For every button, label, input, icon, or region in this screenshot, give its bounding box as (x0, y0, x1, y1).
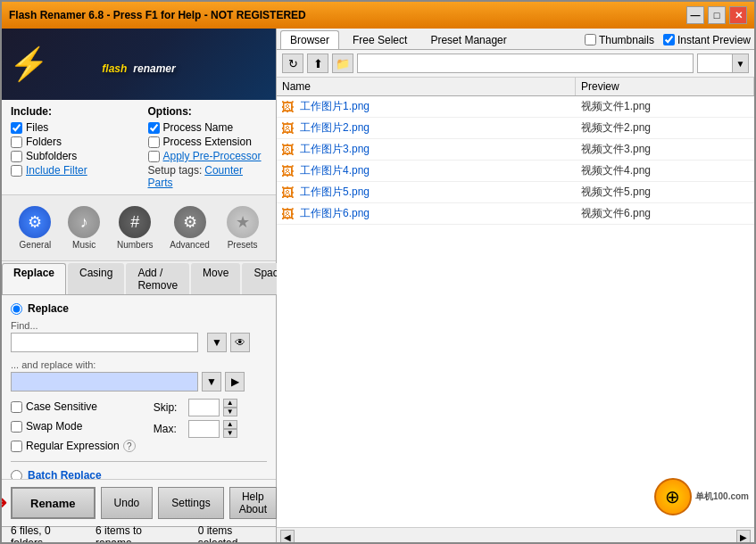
setup-tags-label: Setup tags: (148, 164, 203, 177)
process-name-checkbox[interactable] (148, 122, 160, 134)
subfolders-checkbox[interactable] (11, 151, 22, 162)
max-up-btn[interactable]: ▲ (223, 420, 237, 429)
folder-up-btn[interactable]: ⬆ (307, 54, 328, 73)
name-column-header[interactable]: Name (277, 78, 576, 95)
max-down-btn[interactable]: ▼ (223, 429, 237, 438)
file-icon: 🖼 (278, 162, 296, 180)
find-eye-btn[interactable]: 👁 (230, 333, 250, 352)
skip-spinners: ▲ ▼ (223, 399, 237, 416)
apply-preprocessor-label[interactable]: Apply Pre-Processor (163, 150, 262, 162)
regex-row: Regular Expression ? (11, 440, 136, 452)
replace-input[interactable]: 视频文件 (11, 372, 198, 392)
replace-input-row: 视频文件 ▼ ▶ (11, 372, 267, 392)
filter-input[interactable]: ** (697, 54, 733, 73)
close-button[interactable]: ✕ (729, 6, 747, 24)
tab-replace[interactable]: Replace (2, 263, 66, 294)
file-preview: 视频文件3.png (576, 139, 754, 160)
folders-checkbox[interactable] (11, 136, 22, 148)
arrow-icon: ➜ (0, 491, 8, 513)
help-about-button[interactable]: Help About (229, 487, 277, 519)
filter-dropdown-btn[interactable]: ▼ (733, 54, 749, 73)
file-preview: 视频文件4.png (576, 161, 754, 181)
logo-text: flash renamer (102, 50, 175, 78)
swap-mode-checkbox[interactable] (11, 421, 22, 433)
advanced-icon: ⚙ (174, 206, 206, 238)
apply-preprocessor-checkbox[interactable] (148, 151, 160, 162)
counter-link[interactable]: Counter (204, 164, 243, 177)
advanced-icon-item[interactable]: ⚙ Advanced (164, 202, 214, 253)
skip-input[interactable]: 0 (188, 399, 220, 416)
swap-mode-label: Swap Mode (26, 420, 82, 433)
title-bar: Flash Renamer 6.8 - Press F1 for Help - … (2, 2, 754, 29)
file-list: Name Preview 🖼 工作图片1.png 视频文件1.png 🖼 工作图… (277, 78, 754, 527)
file-name: 工作图片2.png (296, 118, 576, 138)
path-input[interactable]: D:\tools\桌面\4K壁纸图片 1080P\output\ (357, 54, 694, 73)
folder-icon-btn[interactable]: 📁 (332, 54, 353, 73)
scroll-left-btn[interactable]: ◀ (280, 530, 295, 544)
table-row[interactable]: 🖼 工作图片5.png 视频文件5.png (277, 182, 754, 203)
browser-tab-options: Thumbnails Instant Preview (585, 34, 751, 46)
max-label: Max: (154, 423, 185, 435)
case-sensitive-checkbox[interactable] (11, 401, 22, 413)
browser-toolbar: ↻ ⬆ 📁 D:\tools\桌面\4K壁纸图片 1080P\output\ *… (277, 50, 754, 78)
files-checkbox[interactable] (11, 122, 22, 134)
find-dropdown-btn[interactable]: ▼ (207, 333, 227, 352)
replace-label: ... and replace with: (11, 359, 267, 370)
table-row[interactable]: 🖼 工作图片2.png 视频文件2.png (277, 118, 754, 139)
status-bar: 6 files, 0 folders 6 items to rename... … (2, 526, 276, 544)
subfolders-row: Subfolders (11, 150, 130, 162)
settings-button[interactable]: Settings (158, 487, 223, 519)
replace-radio[interactable] (11, 303, 22, 315)
table-row[interactable]: 🖼 工作图片1.png 视频文件1.png (277, 96, 754, 118)
include-filter-row: Include Filter (11, 164, 130, 177)
replace-play-btn[interactable]: ▶ (225, 372, 245, 392)
about-label: About (239, 503, 267, 515)
skip-label: Skip: (154, 401, 185, 414)
include-options-section: Include: Files Folders Subfolders (2, 100, 276, 195)
regex-checkbox[interactable] (11, 441, 22, 452)
instant-preview-checkbox[interactable] (663, 34, 675, 45)
process-name-label: Process Name (163, 121, 234, 134)
tab-casing[interactable]: Casing (68, 263, 124, 294)
file-icon: 🖼 (278, 120, 296, 137)
table-row[interactable]: 🖼 工作图片3.png 视频文件3.png (277, 139, 754, 161)
undo-button[interactable]: Undo (101, 487, 154, 519)
skip-down-btn[interactable]: ▼ (223, 408, 237, 416)
regex-help-icon[interactable]: ? (123, 440, 136, 452)
replace-dropdown-btn[interactable]: ▼ (202, 372, 221, 392)
numbers-icon-item[interactable]: # Numbers (112, 202, 159, 253)
numbers-icon: # (119, 206, 151, 238)
thumbnails-label: Thumbnails (599, 34, 654, 46)
process-extension-checkbox[interactable] (148, 136, 160, 148)
max-input[interactable]: 0 (188, 420, 220, 438)
tab-move[interactable]: Move (191, 263, 240, 294)
rename-button[interactable]: Rename (11, 487, 96, 519)
browser-tab-browser[interactable]: Browser (280, 30, 339, 49)
browser-tab-free-select[interactable]: Free Select (343, 30, 417, 49)
scroll-right-btn[interactable]: ▶ (736, 530, 751, 544)
tab-add-remove[interactable]: Add / Remove (126, 263, 189, 294)
find-input[interactable]: 工作图片 (11, 333, 198, 352)
find-label: Find... (11, 320, 267, 331)
include-filter-checkbox[interactable] (11, 165, 22, 177)
music-icon-item[interactable]: ♪ Music (62, 202, 105, 253)
presets-icon-item[interactable]: ★ Presets (221, 202, 264, 253)
max-row: Max: 0 ▲ ▼ (154, 420, 237, 438)
browser-tab-preset-manager[interactable]: Preset Manager (420, 30, 516, 49)
lightning-icon: ⚡ (9, 45, 49, 83)
batch-radio[interactable] (11, 470, 22, 480)
skip-up-btn[interactable]: ▲ (223, 399, 237, 408)
files-folders-status: 6 files, 0 folders (11, 524, 78, 545)
options-title: Options: (148, 105, 268, 118)
preview-column-header[interactable]: Preview (576, 78, 754, 95)
maximize-button[interactable]: □ (708, 6, 726, 24)
include-filter-label[interactable]: Include Filter (26, 164, 87, 177)
thumbnails-checkbox[interactable] (585, 34, 596, 45)
table-row[interactable]: 🖼 工作图片6.png 视频文件6.png (277, 203, 754, 225)
minimize-button[interactable]: — (686, 6, 704, 24)
table-row[interactable]: 🖼 工作图片4.png 视频文件4.png (277, 161, 754, 182)
general-icon-item[interactable]: ⚙ General (13, 202, 56, 253)
folders-row: Folders (11, 136, 130, 148)
parts-link[interactable]: Parts (148, 177, 173, 189)
refresh-btn[interactable]: ↻ (282, 54, 303, 73)
